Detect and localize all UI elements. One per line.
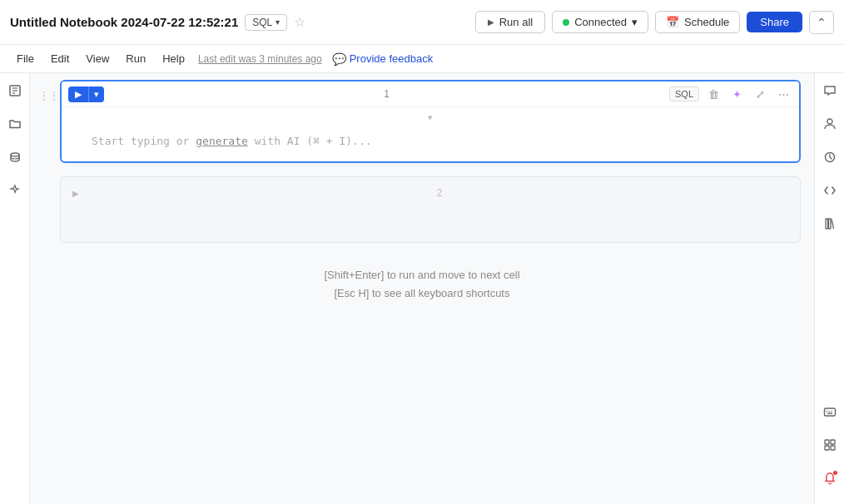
hint-line-1: [Shift+Enter] to run and move to next ce… bbox=[47, 266, 797, 284]
cell-1-wrapper: ⋮⋮ ▶ ▾ 1 SQL 🗑 ✦ ⤢ ⋯ ▾ bbox=[30, 73, 814, 170]
svg-rect-17 bbox=[831, 446, 835, 450]
cell-1-run-button[interactable]: ▶ bbox=[68, 86, 88, 102]
schedule-button[interactable]: 📅 Schedule bbox=[655, 11, 740, 33]
cell-1-delete-icon[interactable]: 🗑 bbox=[704, 85, 722, 103]
right-sidebar-code-icon[interactable] bbox=[821, 181, 839, 200]
title-section: Untitled Notebook 2024-07-22 12:52:21 SQ… bbox=[10, 14, 469, 31]
cell-1-ai-icon[interactable]: ✦ bbox=[727, 85, 746, 103]
cell-1-type-badge[interactable]: SQL bbox=[669, 86, 699, 101]
connected-label: Connected bbox=[574, 16, 627, 28]
right-sidebar-user-icon[interactable] bbox=[821, 115, 839, 133]
right-sidebar-bottom bbox=[821, 403, 839, 496]
hint-line-2: [Esc H] to see all keyboard shortcuts bbox=[47, 284, 797, 303]
feedback-link[interactable]: 💬 Provide feedback bbox=[332, 52, 433, 66]
notification-badge bbox=[833, 471, 837, 475]
feedback-label: Provide feedback bbox=[350, 52, 433, 65]
svg-point-4 bbox=[11, 153, 19, 156]
right-sidebar-notification-icon[interactable] bbox=[821, 469, 839, 487]
collapse-button[interactable]: ⌃ bbox=[809, 11, 834, 34]
sidebar-icon-notebook[interactable] bbox=[6, 82, 24, 100]
content-area: ⋮⋮ ▶ ▾ 1 SQL 🗑 ✦ ⤢ ⋯ ▾ bbox=[30, 73, 814, 504]
menu-edit[interactable]: Edit bbox=[44, 49, 76, 68]
sidebar-icon-ai[interactable] bbox=[6, 181, 24, 200]
svg-rect-9 bbox=[824, 408, 835, 416]
main-layout: ⋮⋮ ▶ ▾ 1 SQL 🗑 ✦ ⤢ ⋯ ▾ bbox=[0, 73, 844, 504]
feedback-icon: 💬 bbox=[332, 52, 346, 66]
share-label: Share bbox=[760, 16, 789, 28]
svg-rect-14 bbox=[825, 440, 829, 444]
menu-help[interactable]: Help bbox=[156, 49, 191, 68]
cell-2-container: ▶ 2 bbox=[60, 176, 801, 243]
menu-run[interactable]: Run bbox=[119, 49, 152, 68]
right-sidebar-library-icon[interactable] bbox=[821, 215, 839, 233]
schedule-label: Schedule bbox=[684, 16, 729, 28]
cell-1-body[interactable]: Start typing or generate with AI (⌘ + I)… bbox=[62, 128, 799, 161]
share-button[interactable]: Share bbox=[747, 12, 802, 32]
svg-point-5 bbox=[827, 119, 832, 124]
menu-file[interactable]: File bbox=[10, 49, 41, 68]
cell-1-run-group: ▶ ▾ bbox=[68, 86, 104, 102]
chevron-up-icon: ⌃ bbox=[817, 16, 827, 29]
cell-1-run-dropdown[interactable]: ▾ bbox=[88, 86, 104, 102]
cell-2-toolbar: ▶ 2 bbox=[61, 177, 800, 209]
cell-1-more-icon[interactable]: ⋯ bbox=[774, 85, 792, 103]
cell-1-number: 1 bbox=[109, 88, 664, 100]
cell-2[interactable]: ▶ 2 bbox=[60, 176, 801, 243]
cell-1-container: ▶ ▾ 1 SQL 🗑 ✦ ⤢ ⋯ ▾ Start typing or gene… bbox=[60, 80, 801, 163]
calendar-icon: 📅 bbox=[666, 16, 679, 28]
sidebar-icon-database[interactable] bbox=[6, 148, 24, 166]
connected-dot bbox=[563, 19, 569, 26]
connected-button[interactable]: Connected ▾ bbox=[552, 11, 648, 33]
cell-1-collapse-arrow[interactable]: ▾ bbox=[62, 107, 799, 128]
notebook-title: Untitled Notebook 2024-07-22 12:52:21 bbox=[10, 15, 238, 29]
hints-area: [Shift+Enter] to run and move to next ce… bbox=[30, 250, 814, 319]
run-all-button[interactable]: ▶ Run all bbox=[475, 11, 545, 33]
left-sidebar bbox=[0, 73, 30, 504]
svg-rect-15 bbox=[831, 440, 835, 444]
right-sidebar-grid-icon[interactable] bbox=[821, 436, 839, 454]
sql-badge-label: SQL bbox=[252, 17, 272, 28]
menu-bar: File Edit View Run Help Last edit was 3 … bbox=[0, 45, 844, 73]
star-icon[interactable]: ☆ bbox=[294, 14, 305, 30]
svg-rect-16 bbox=[825, 446, 829, 450]
cell-1-toolbar: ▶ ▾ 1 SQL 🗑 ✦ ⤢ ⋯ bbox=[62, 82, 799, 107]
right-sidebar-history-icon[interactable] bbox=[821, 148, 839, 166]
cell-1-placeholder: Start typing or generate with AI (⌘ + I)… bbox=[92, 135, 372, 147]
sql-dropdown-icon: ▾ bbox=[276, 17, 280, 27]
top-actions: ▶ Run all Connected ▾ 📅 Schedule Share ⌃ bbox=[475, 11, 834, 34]
cell-2-run-button[interactable]: ▶ bbox=[69, 186, 82, 200]
right-sidebar-keyboard-icon[interactable] bbox=[821, 403, 839, 421]
right-sidebar bbox=[814, 73, 844, 504]
play-icon: ▶ bbox=[488, 17, 494, 27]
sql-badge-button[interactable]: SQL ▾ bbox=[245, 14, 287, 31]
cell-2-number: 2 bbox=[87, 187, 792, 199]
cell-1-drag-handle[interactable]: ⋮⋮ bbox=[43, 80, 55, 101]
right-sidebar-comment-icon[interactable] bbox=[821, 82, 839, 100]
run-all-label: Run all bbox=[499, 16, 533, 28]
cell-2-wrapper: ⋮⋮ ▶ 2 bbox=[30, 170, 814, 250]
cell-1-expand-icon[interactable]: ⤢ bbox=[751, 85, 769, 103]
cell-2-body[interactable] bbox=[61, 209, 800, 242]
svg-rect-8 bbox=[828, 219, 831, 229]
menu-view[interactable]: View bbox=[79, 49, 116, 68]
svg-rect-7 bbox=[826, 219, 828, 229]
cell-1-generate-link[interactable]: generate bbox=[196, 135, 248, 147]
top-bar: Untitled Notebook 2024-07-22 12:52:21 SQ… bbox=[0, 0, 844, 45]
sidebar-icon-folder[interactable] bbox=[6, 115, 24, 133]
connected-chevron-icon: ▾ bbox=[632, 16, 638, 28]
cell-1[interactable]: ▶ ▾ 1 SQL 🗑 ✦ ⤢ ⋯ ▾ Start typing or gene… bbox=[60, 80, 801, 163]
last-edit-text[interactable]: Last edit was 3 minutes ago bbox=[198, 53, 322, 65]
